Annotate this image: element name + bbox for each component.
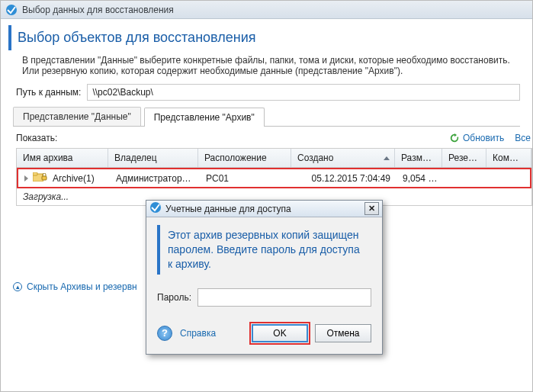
tab-archive-view[interactable]: Представление "Архив" (144, 108, 265, 127)
col-owner[interactable]: Владелец (108, 149, 198, 167)
col-archive-name[interactable]: Имя архива (17, 149, 108, 167)
page-title: Выбор объектов для восстановления (8, 25, 525, 50)
svg-rect-2 (33, 172, 37, 175)
window-title: Выбор данных для восстановления (22, 5, 174, 15)
password-row: Пароль: (157, 288, 371, 307)
col-backup[interactable]: Резервн... (442, 149, 486, 167)
table-header: Имя архива Владелец Расположение Создано… (17, 149, 531, 168)
dialog-footer: ? Справка OK Отмена (157, 322, 371, 345)
show-all-link[interactable]: Все (515, 133, 531, 143)
cell-size: 9,054 ГБ (397, 170, 444, 187)
table-row[interactable]: Archive(1) Администратор@P... PC01 05.12… (17, 168, 531, 188)
refresh-button[interactable]: Обновить (449, 133, 504, 143)
data-path-field[interactable]: \\pc02\Backup\ (87, 84, 520, 101)
close-icon: ✕ (368, 204, 375, 214)
svg-rect-3 (42, 176, 47, 180)
col-size[interactable]: Размер ... (395, 149, 442, 167)
dialog-body: Этот архив резервных копий защищен парол… (146, 217, 382, 354)
cell-archive-name-text: Archive(1) (53, 173, 95, 184)
recovery-wizard-window: Выбор данных для восстановления Выбор об… (0, 0, 533, 392)
hide-archives-link[interactable]: ▴ Скрыть Архивы и резервн (13, 281, 137, 292)
data-path-value: \\pc02\Backup\ (92, 87, 153, 98)
data-path-label: Путь к данным: (16, 87, 81, 98)
credentials-dialog: Учетные данные для доступа ✕ Этот архив … (146, 200, 383, 355)
password-input[interactable] (197, 288, 371, 307)
ok-button[interactable]: OK (252, 324, 308, 342)
cancel-button[interactable]: Отмена (315, 324, 371, 342)
show-label: Показать: (16, 133, 57, 143)
refresh-label: Обновить (463, 133, 504, 143)
col-comment[interactable]: Комментари (486, 149, 531, 167)
cell-archive-name: Archive(1) (18, 169, 110, 187)
tab-data-view[interactable]: Представление "Данные" (13, 107, 141, 126)
archive-table: Имя архива Владелец Расположение Создано… (16, 148, 532, 206)
expand-arrow-icon[interactable] (24, 175, 28, 182)
archive-icon (33, 172, 47, 182)
password-label: Пароль: (157, 292, 191, 303)
cell-created: 05.12.2015 7:04:49 (293, 170, 397, 187)
cell-comment (488, 175, 530, 182)
hide-archives-label: Скрыть Архивы и резервн (27, 281, 137, 292)
dialog-title: Учетные данные для доступа (165, 204, 291, 214)
dialog-titlebar: Учетные данные для доступа ✕ (146, 201, 382, 217)
col-created[interactable]: Создано (291, 149, 395, 167)
col-location[interactable]: Расположение (198, 149, 291, 167)
dialog-app-icon (149, 201, 162, 216)
cell-backup (444, 175, 488, 182)
collapse-icon: ▴ (13, 282, 22, 291)
ok-button-highlight: OK (249, 322, 310, 345)
dialog-message: Этот архив резервных копий защищен парол… (157, 225, 371, 275)
cell-location: PC01 (200, 170, 293, 187)
dialog-close-button[interactable]: ✕ (364, 202, 379, 215)
filter-row: Показать: Обновить Все (16, 133, 532, 143)
window-titlebar: Выбор данных для восстановления (1, 1, 532, 19)
refresh-icon (449, 133, 460, 143)
cell-owner: Администратор@P... (110, 170, 200, 187)
view-tabs: Представление "Данные" Представление "Ар… (13, 107, 520, 127)
help-icon[interactable]: ? (157, 326, 172, 341)
data-path-row: Путь к данным: \\pc02\Backup\ (16, 84, 520, 101)
page-description: В представлении "Данные" выберите конкре… (22, 55, 520, 76)
table-actions: Обновить Все (449, 133, 531, 143)
app-icon (5, 4, 18, 16)
help-link[interactable]: Справка (177, 328, 216, 339)
